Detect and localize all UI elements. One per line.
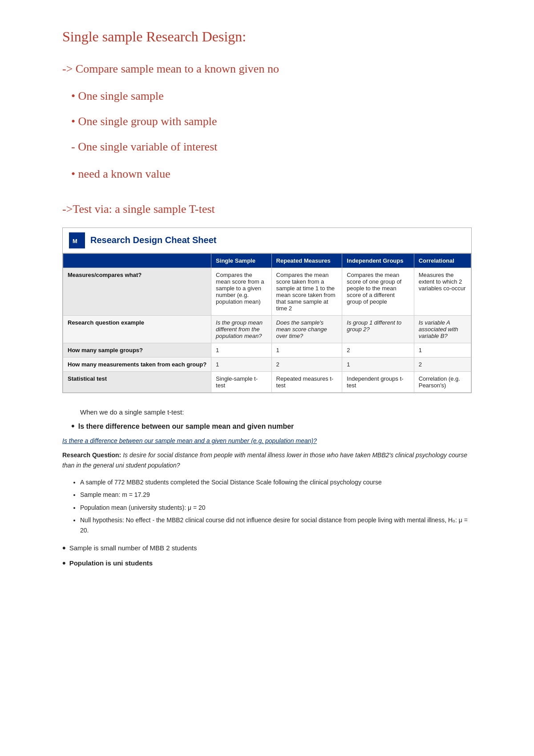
cell-4-independent: 1 xyxy=(342,357,414,371)
table-row: How many measurements taken from each gr… xyxy=(63,357,471,371)
bottom-bullets: Sample is small number of MBB 2 students… xyxy=(62,542,472,569)
table-row: How many sample groups? 1 1 2 1 xyxy=(63,343,471,357)
cell-5-independent: Independent groups t-test xyxy=(342,371,414,392)
university-logo: M xyxy=(69,232,85,248)
row-label-2: Research question example xyxy=(63,315,211,343)
row-label-1: Measures/compares what? xyxy=(63,268,211,315)
handwritten-title: Single sample Research Design: xyxy=(62,27,472,47)
cell-3-independent: 2 xyxy=(342,343,414,357)
research-question-label: Research Question: xyxy=(62,451,121,459)
bottom-bullet-text-1: Sample is small number of MBB 2 students xyxy=(69,542,197,554)
line-2: • One single sample xyxy=(71,87,472,105)
list-item: Sample mean: m = 17.29 xyxy=(80,490,472,500)
bottom-bullet-2: Population is uni students xyxy=(62,557,472,569)
when-line: When we do a single sample t-test: xyxy=(80,406,472,418)
cell-2-repeated: Does the sample's mean score change over… xyxy=(271,315,342,343)
cell-1-independent: Compares the mean score of one group of … xyxy=(342,268,414,315)
cell-3-repeated: 1 xyxy=(271,343,342,357)
list-item: Null hypothesis: No effect - the MBB2 cl… xyxy=(80,515,472,535)
cell-1-correlational: Measures the extent to which 2 variables… xyxy=(414,268,471,315)
cell-4-repeated: 2 xyxy=(271,357,342,371)
cell-3-correlational: 1 xyxy=(414,343,471,357)
cell-4-single: 1 xyxy=(211,357,271,371)
bullet-bold-item: Is there difference between our sample m… xyxy=(71,420,472,432)
test-line: ->Test via: a single sample T-test xyxy=(62,200,472,218)
row-label-5: Statistical test xyxy=(63,371,211,392)
bottom-bullet-text-2: Population is uni students xyxy=(69,557,153,569)
research-question: Research Question: Is desire for social … xyxy=(62,450,472,470)
col-header-empty xyxy=(63,253,211,268)
bullet-bold-text: Is there difference between our sample m… xyxy=(78,420,294,432)
research-table: Single Sample Repeated Measures Independ… xyxy=(63,253,471,393)
cell-3-single: 1 xyxy=(211,343,271,357)
bottom-bullet-1: Sample is small number of MBB 2 students xyxy=(62,542,472,554)
col-header-single: Single Sample xyxy=(211,253,271,268)
cell-2-correlational: Is variable A associated with variable B… xyxy=(414,315,471,343)
line-5: • need a known value xyxy=(71,165,472,183)
bullet-list: A sample of 772 MBB2 students completed … xyxy=(80,477,472,535)
row-label-3: How many sample groups? xyxy=(63,343,211,357)
row-label-4: How many measurements taken from each gr… xyxy=(63,357,211,371)
cell-1-single: Compares the mean score from a sample to… xyxy=(211,268,271,315)
cell-2-independent: Is group 1 different to group 2? xyxy=(342,315,414,343)
svg-text:M: M xyxy=(73,238,77,244)
list-item: Population mean (university students): μ… xyxy=(80,503,472,512)
list-item: A sample of 772 MBB2 students completed … xyxy=(80,477,472,487)
research-question-text: Is desire for social distance from peopl… xyxy=(62,451,467,468)
col-header-independent: Independent Groups xyxy=(342,253,414,268)
cell-4-correlational: 2 xyxy=(414,357,471,371)
cell-5-correlational: Correlation (e.g. Pearson's) xyxy=(414,371,471,392)
italic-question: Is there a difference between our sample… xyxy=(62,436,472,447)
table-row: Measures/compares what? Compares the mea… xyxy=(63,268,471,315)
cheat-sheet-container: M Research Design Cheat Sheet Single Sam… xyxy=(62,228,472,393)
line-4: - One single variable of interest xyxy=(71,138,472,155)
line-1: -> Compare sample mean to a known given … xyxy=(62,60,472,77)
cell-5-single: Single-sample t-test xyxy=(211,371,271,392)
col-header-repeated: Repeated Measures xyxy=(271,253,342,268)
table-row: Research question example Is the group m… xyxy=(63,315,471,343)
cell-2-single: Is the group mean different from the pop… xyxy=(211,315,271,343)
col-header-correlational: Correlational xyxy=(414,253,471,268)
table-row: Statistical test Single-sample t-test Re… xyxy=(63,371,471,392)
cheat-sheet-header: M Research Design Cheat Sheet xyxy=(63,228,471,253)
line-3: • One single group with sample xyxy=(71,113,472,130)
cell-5-repeated: Repeated measures t-test xyxy=(271,371,342,392)
cell-1-repeated: Compares the mean score taken from a sam… xyxy=(271,268,342,315)
typed-section: When we do a single sample t-test: Is th… xyxy=(62,406,472,569)
cheat-sheet-title: Research Design Cheat Sheet xyxy=(90,235,216,245)
